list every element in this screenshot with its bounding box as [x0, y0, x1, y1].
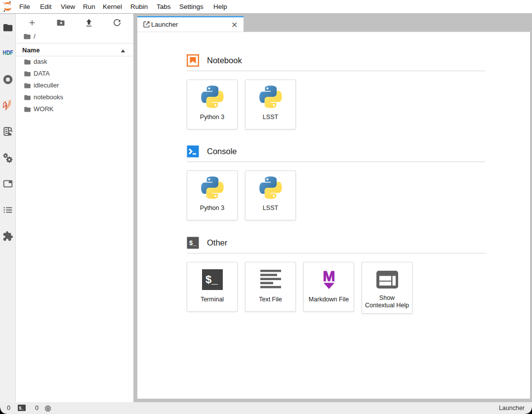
svg-text:$_: $_ [19, 406, 24, 411]
svg-text:HDF: HDF [3, 49, 13, 56]
svg-text:$_: $_ [205, 273, 218, 286]
svg-text:$_: $_ [189, 239, 197, 247]
svg-text:M: M [323, 268, 335, 284]
